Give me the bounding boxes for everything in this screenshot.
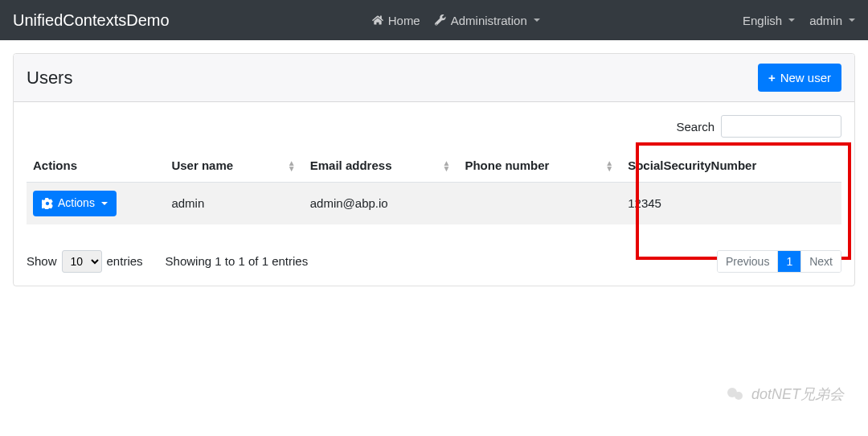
- nav-home[interactable]: Home: [372, 14, 420, 27]
- cell-ssn: 12345: [621, 183, 841, 224]
- navbar: UnifiedContextsDemo Home Administration …: [0, 0, 868, 40]
- wrench-icon: [435, 14, 446, 26]
- navbar-right: English admin: [743, 14, 855, 27]
- page-title: Users: [27, 68, 72, 88]
- chevron-down-icon: [101, 202, 108, 205]
- nav-administration-label: Administration: [451, 14, 527, 27]
- nav-language-label: English: [743, 14, 782, 27]
- users-table: Actions User name▲▼ Email address▲▼ Phon…: [27, 149, 841, 224]
- length-select[interactable]: 10: [62, 250, 102, 273]
- col-username[interactable]: User name▲▼: [165, 149, 303, 183]
- row-actions-button[interactable]: Actions: [33, 191, 117, 216]
- cell-username: admin: [165, 183, 303, 224]
- page-prev[interactable]: Previous: [718, 251, 777, 272]
- pagination: Previous 1 Next: [717, 250, 841, 273]
- length-control: Show 10 entries: [27, 250, 143, 273]
- content-container: Users + New user Search: [0, 40, 868, 299]
- search-label: Search: [676, 120, 714, 134]
- nav-language[interactable]: English: [743, 14, 795, 27]
- sort-icon: ▲▼: [443, 160, 451, 171]
- nav-user[interactable]: admin: [809, 14, 855, 27]
- card-body: Search Actions User name▲▼: [14, 102, 854, 237]
- table-footer: Show 10 entries Showing 1 to 1 of 1 entr…: [14, 237, 854, 286]
- table-header-row: Actions User name▲▼ Email address▲▼ Phon…: [27, 149, 841, 183]
- gear-icon: [42, 198, 53, 209]
- show-label: Show: [27, 254, 57, 268]
- cell-phone: [458, 183, 621, 224]
- card-header: Users + New user: [14, 54, 854, 102]
- col-phone-label: Phone number: [465, 158, 549, 172]
- page-next[interactable]: Next: [800, 251, 841, 272]
- entries-label: entries: [107, 254, 143, 268]
- brand[interactable]: UnifiedContextsDemo: [13, 11, 170, 30]
- cell-email: admin@abp.io: [304, 183, 459, 224]
- search-input[interactable]: [721, 115, 841, 138]
- home-icon: [372, 14, 383, 26]
- nav-administration[interactable]: Administration: [435, 14, 540, 27]
- col-phone[interactable]: Phone number▲▼: [458, 149, 621, 183]
- chevron-down-icon: [849, 19, 855, 22]
- nav-home-label: Home: [388, 14, 420, 27]
- sort-icon: ▲▼: [605, 160, 613, 171]
- col-email[interactable]: Email address▲▼: [304, 149, 459, 183]
- plus-icon: +: [768, 69, 776, 86]
- navbar-center: Home Administration: [170, 14, 743, 27]
- new-user-button[interactable]: + New user: [758, 64, 841, 92]
- col-ssn[interactable]: SocialSecurityNumber: [621, 149, 841, 183]
- table-wrap: Actions User name▲▼ Email address▲▼ Phon…: [27, 149, 841, 224]
- sort-icon: ▲▼: [288, 160, 296, 171]
- chevron-down-icon: [788, 19, 795, 22]
- col-username-label: User name: [171, 158, 233, 172]
- table-row: Actions admin admin@abp.io 12345: [27, 183, 841, 224]
- page-1[interactable]: 1: [777, 251, 800, 272]
- table-info: Showing 1 to 1 of 1 entries: [166, 254, 309, 268]
- row-actions-label: Actions: [58, 195, 95, 212]
- col-email-label: Email address: [310, 158, 392, 172]
- col-actions: Actions: [27, 149, 165, 183]
- search-controls: Search: [27, 115, 841, 138]
- nav-user-label: admin: [809, 14, 842, 27]
- users-card: Users + New user Search: [13, 53, 855, 286]
- new-user-button-label: New user: [780, 69, 831, 86]
- chevron-down-icon: [534, 19, 540, 22]
